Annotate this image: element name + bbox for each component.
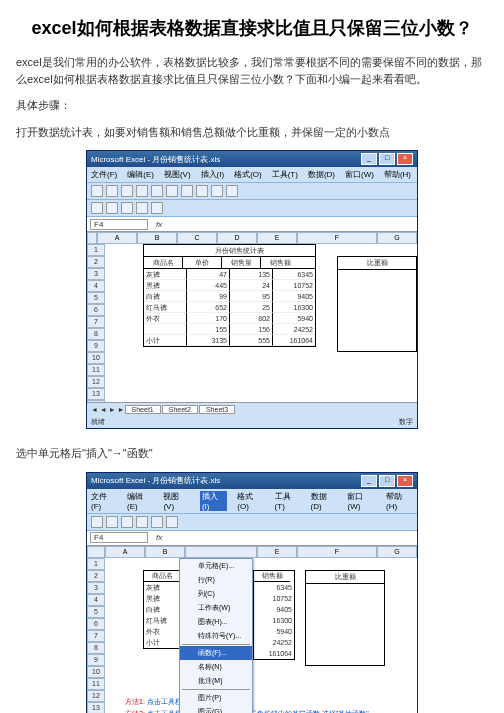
toolbar-icon[interactable]	[226, 185, 238, 197]
row-header[interactable]: 10	[87, 666, 105, 678]
row-header[interactable]: 5	[87, 292, 105, 304]
cell[interactable]: 9405	[254, 604, 294, 615]
sheet-tab[interactable]: Sheet3	[199, 405, 235, 414]
cell[interactable]: 24252	[273, 324, 315, 335]
row-header[interactable]: 8	[87, 642, 105, 654]
row-header[interactable]: 5	[87, 606, 105, 618]
menu-insert[interactable]: 插入(I)	[200, 491, 227, 511]
row-header[interactable]: 8	[87, 328, 105, 340]
toolbar-icon[interactable]	[151, 202, 163, 214]
menu-view[interactable]: 视图(V)	[163, 491, 189, 511]
col-header-f[interactable]: F	[297, 232, 377, 244]
row-header[interactable]: 13	[87, 388, 105, 400]
menu-data[interactable]: 数据(D)	[311, 491, 338, 511]
cell[interactable]: 161064	[273, 335, 315, 346]
menu-file[interactable]: 文件(F)	[91, 169, 117, 180]
col-header-a[interactable]: A	[97, 232, 137, 244]
cell[interactable]: 445	[187, 280, 230, 291]
menu-item-diagram[interactable]: 图示(G)...	[180, 705, 252, 714]
cell[interactable]: 47	[187, 269, 230, 280]
menu-format[interactable]: 格式(O)	[237, 491, 264, 511]
minimize-button[interactable]: _	[361, 153, 377, 165]
sheet-tab[interactable]: Sheet1	[125, 405, 161, 414]
col-header-f[interactable]: F	[297, 546, 377, 558]
col-header-b[interactable]: B	[145, 546, 185, 558]
cell[interactable]: 555	[230, 335, 273, 346]
cell[interactable]: 外衣	[144, 626, 184, 637]
row-header[interactable]: 12	[87, 376, 105, 388]
menu-item-cols[interactable]: 列(C)	[180, 587, 252, 601]
menu-file[interactable]: 文件(F)	[91, 491, 117, 511]
row-header[interactable]: 11	[87, 678, 105, 690]
col-header-c[interactable]: C	[177, 232, 217, 244]
menu-edit[interactable]: 编辑(E)	[127, 491, 153, 511]
row-header[interactable]: 13	[87, 702, 105, 714]
col-header-b[interactable]: B	[137, 232, 177, 244]
cell[interactable]: 红马裤	[144, 302, 187, 313]
cell[interactable]: 16300	[273, 302, 315, 313]
cell[interactable]: 5940	[254, 626, 294, 637]
cell[interactable]: 10752	[254, 593, 294, 604]
row-header[interactable]: 2	[87, 570, 105, 582]
cell[interactable]: 161064	[254, 648, 294, 659]
excel-grid[interactable]: A B C D E F G 1 2 3 4 5 6 7 8 9	[87, 232, 417, 402]
sheet-tab[interactable]: Sheet2	[162, 405, 198, 414]
cell[interactable]: 黑裤	[144, 593, 184, 604]
cell[interactable]: 6345	[254, 582, 294, 593]
cell[interactable]: 156	[230, 324, 273, 335]
maximize-button[interactable]: □	[379, 475, 395, 487]
row-header[interactable]: 7	[87, 316, 105, 328]
cell[interactable]: 外衣	[144, 313, 187, 324]
toolbar-icon[interactable]	[91, 202, 103, 214]
toolbar-icon[interactable]	[166, 185, 178, 197]
row-header[interactable]: 14	[87, 400, 105, 402]
menu-item-symbol[interactable]: 特殊符号(Y)...	[180, 629, 252, 643]
row-header[interactable]: 3	[87, 582, 105, 594]
cell[interactable]: 135	[230, 269, 273, 280]
toolbar-icon[interactable]	[91, 185, 103, 197]
cell[interactable]: 25	[230, 302, 273, 313]
cell[interactable]: 小计	[144, 335, 187, 346]
menu-help[interactable]: 帮助(H)	[384, 169, 411, 180]
close-button[interactable]: ×	[397, 475, 413, 487]
cell[interactable]: 10752	[273, 280, 315, 291]
ratio-column-outline[interactable]	[337, 267, 417, 352]
menu-tools[interactable]: 工具(T)	[272, 169, 298, 180]
fx-label[interactable]: fx	[156, 220, 162, 229]
cell[interactable]: 白裤	[144, 291, 187, 302]
cell[interactable]: 3135	[187, 335, 230, 346]
menu-window[interactable]: 窗口(W)	[345, 169, 374, 180]
row-header[interactable]: 6	[87, 304, 105, 316]
col-header-g[interactable]: G	[377, 546, 417, 558]
cell[interactable]: 小计	[144, 637, 184, 648]
menu-item-picture[interactable]: 图片(P)	[180, 691, 252, 705]
menu-help[interactable]: 帮助(H)	[386, 491, 413, 511]
toolbar-icon[interactable]	[211, 185, 223, 197]
cell[interactable]: 155	[187, 324, 230, 335]
col-header-d[interactable]: D	[217, 232, 257, 244]
menu-item-cells[interactable]: 单元格(E)...	[180, 559, 252, 573]
menu-item-comment[interactable]: 批注(M)	[180, 674, 252, 688]
col-header-a[interactable]: A	[105, 546, 145, 558]
cell[interactable]: 99	[187, 291, 230, 302]
cell[interactable]: 652	[187, 302, 230, 313]
toolbar-icon[interactable]	[121, 202, 133, 214]
cell[interactable]: 5940	[273, 313, 315, 324]
maximize-button[interactable]: □	[379, 153, 395, 165]
toolbar-icon[interactable]	[196, 185, 208, 197]
toolbar-icon[interactable]	[121, 185, 133, 197]
row-header[interactable]: 10	[87, 352, 105, 364]
fx-label[interactable]: fx	[156, 533, 162, 542]
name-box[interactable]: F4	[90, 532, 148, 543]
menu-item-chart[interactable]: 图表(H)...	[180, 615, 252, 629]
row-header[interactable]: 11	[87, 364, 105, 376]
toolbar-icon[interactable]	[106, 185, 118, 197]
row-header[interactable]: 7	[87, 630, 105, 642]
toolbar-icon[interactable]	[136, 202, 148, 214]
ratio-column-outline[interactable]	[305, 581, 385, 666]
toolbar-icon[interactable]	[151, 185, 163, 197]
menu-data[interactable]: 数据(D)	[308, 169, 335, 180]
menu-tools[interactable]: 工具(T)	[275, 491, 301, 511]
cell[interactable]: 9405	[273, 291, 315, 302]
row-header[interactable]: 4	[87, 594, 105, 606]
